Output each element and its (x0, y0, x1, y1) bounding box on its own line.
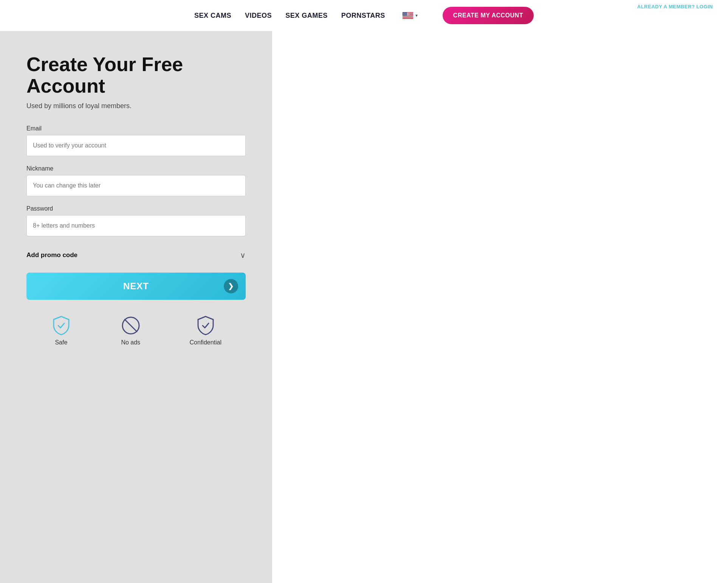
no-ads-label: No ads (121, 339, 140, 346)
email-input[interactable] (26, 135, 246, 156)
us-flag-icon: ★★★★★★ ★★★★★ ★★★★★★ ★★★★★ (403, 12, 413, 19)
next-button-label: NEXT (123, 281, 149, 292)
main-content: Create Your Free Account Used by million… (0, 31, 728, 583)
create-account-button[interactable]: CREATE MY ACCOUNT (443, 7, 534, 24)
login-link[interactable]: ALREADY A MEMBER? LOGIN (637, 4, 713, 9)
form-title: Create Your Free Account (26, 54, 246, 97)
header: ALREADY A MEMBER? LOGIN SEX CAMS VIDEOS … (0, 0, 728, 31)
password-field-group: Password (26, 205, 246, 236)
svg-rect-10 (403, 17, 413, 18)
no-ads-icon (120, 315, 141, 336)
registration-form-section: Create Your Free Account Used by million… (0, 31, 272, 583)
svg-rect-8 (403, 16, 413, 17)
nav-sex-cams[interactable]: SEX CAMS (194, 12, 231, 20)
promo-code-row[interactable]: Add promo code ∨ (26, 245, 246, 265)
email-field-group: Email (26, 125, 246, 156)
trust-badges: Safe No ads Confidential (26, 315, 246, 346)
confidential-icon (195, 315, 216, 336)
password-label: Password (26, 205, 246, 212)
nav-sex-games[interactable]: SEX GAMES (285, 12, 328, 20)
safe-badge: Safe (51, 315, 72, 346)
next-button[interactable]: NEXT ❯ (26, 273, 246, 300)
nickname-field-group: Nickname (26, 165, 246, 196)
promo-code-label: Add promo code (26, 251, 77, 259)
promo-chevron-icon: ∨ (240, 251, 246, 260)
svg-rect-9 (403, 17, 413, 17)
nav-videos[interactable]: VIDEOS (245, 12, 272, 20)
nickname-input[interactable] (26, 175, 246, 196)
svg-line-19 (125, 319, 137, 332)
safe-icon (51, 315, 72, 336)
right-panel (272, 31, 728, 583)
confidential-badge: Confidential (190, 315, 222, 346)
confidential-label: Confidential (190, 339, 222, 346)
chevron-down-icon: ▾ (415, 13, 418, 18)
main-nav: SEX CAMS VIDEOS SEX GAMES PORNSTARS (15, 7, 713, 24)
password-input[interactable] (26, 215, 246, 236)
no-ads-badge: No ads (120, 315, 141, 346)
svg-rect-11 (403, 18, 413, 18)
language-selector[interactable]: ★★★★★★ ★★★★★ ★★★★★★ ★★★★★ ▾ (403, 12, 418, 19)
email-label: Email (26, 125, 246, 132)
nickname-label: Nickname (26, 165, 246, 172)
safe-label: Safe (55, 339, 67, 346)
svg-text:★★★★★: ★★★★★ (403, 14, 409, 16)
form-subtitle: Used by millions of loyal members. (26, 102, 246, 110)
svg-rect-12 (403, 19, 413, 19)
nav-pornstars[interactable]: PORNSTARS (341, 12, 385, 20)
next-button-arrow-icon: ❯ (224, 279, 238, 293)
